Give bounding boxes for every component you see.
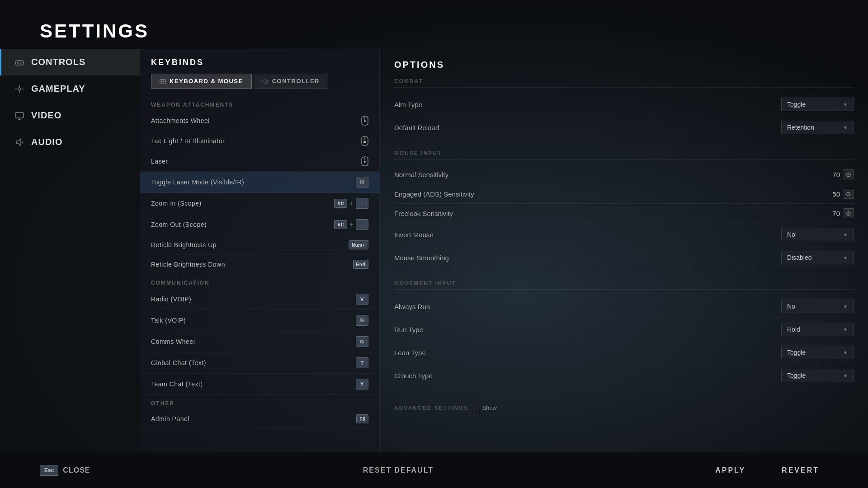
revert-button[interactable]: REVERT <box>773 462 828 479</box>
keybind-reticle-up[interactable]: Reticle Brightness Up Num+ <box>140 235 379 255</box>
bottom-bar: Esc Close RESET DEFAULT APPLY REVERT <box>0 452 868 488</box>
keybind-zoom-out[interactable]: Zoom Out (Scope) Alt + ↓ <box>140 214 379 235</box>
section-other: OTHER <box>140 395 379 409</box>
svg-rect-0 <box>15 61 24 65</box>
sidebar-item-controls[interactable]: Controls <box>0 49 140 75</box>
sidebar-item-audio[interactable]: Audio <box>0 129 140 155</box>
lean-type-value: Toggle <box>787 349 806 356</box>
keybind-attachments-wheel[interactable]: Attachments Wheel <box>140 111 379 131</box>
advanced-settings: ADVANCED SETTINGS Show <box>394 398 854 411</box>
options-movement-section: MOVEMENT INPUT Always Run No ▼ Run Type … <box>394 280 854 387</box>
sidebar: Controls Gameplay Video Audio <box>0 49 140 452</box>
svg-point-20 <box>266 81 267 82</box>
sidebar-controls-label: Controls <box>31 57 85 67</box>
option-freelook-sensitivity: Freelook Sensitivity 70 ⊙ <box>394 204 854 223</box>
ads-sensitivity-adjust[interactable]: ⊙ <box>844 189 854 199</box>
advanced-settings-show-label: Show <box>482 404 497 411</box>
advanced-settings-checkbox[interactable] <box>473 405 479 411</box>
option-always-run: Always Run No ▼ <box>394 295 854 318</box>
reset-default-button[interactable]: RESET DEFAULT <box>363 466 434 474</box>
gameplay-icon <box>15 84 24 94</box>
keybind-tac-light[interactable]: Tac Light / IR Illuminator <box>140 131 379 151</box>
keybind-reticle-down[interactable]: Reticle Brightness Down End <box>140 255 379 274</box>
tab-controller[interactable]: CONTROLLER <box>254 74 328 89</box>
aim-type-dropdown[interactable]: Toggle ▼ <box>781 98 854 111</box>
option-mouse-smoothing: Mouse Smoothing Disabled ▼ <box>394 246 854 269</box>
keybind-radio-voip[interactable]: Radio (VOIP) V <box>140 289 379 310</box>
tab-controller-label: CONTROLLER <box>272 78 320 84</box>
ads-sensitivity-value: 50 <box>822 190 840 198</box>
close-label: Close <box>63 466 90 474</box>
aim-type-arrow: ▼ <box>843 102 848 107</box>
sidebar-gameplay-label: Gameplay <box>31 84 85 94</box>
mouse-smoothing-dropdown[interactable]: Disabled ▼ <box>781 251 854 264</box>
esc-badge: Esc <box>40 465 58 476</box>
default-reload-dropdown[interactable]: Retention ▼ <box>781 121 854 134</box>
main-content: KEYBINDS KEYBOARD & MOUSE <box>140 49 868 452</box>
svg-point-3 <box>21 62 22 63</box>
keybind-team-chat[interactable]: Team Chat (Text) Y <box>140 374 379 395</box>
normal-sensitivity-value: 70 <box>822 171 840 178</box>
default-reload-value: Retention <box>787 124 814 131</box>
keybinds-list[interactable]: WEAPON ATTACHMENTS Attachments Wheel Tac… <box>140 96 379 452</box>
svg-rect-19 <box>263 80 268 83</box>
option-default-reload: Default Reload Retention ▼ <box>394 116 854 139</box>
invert-mouse-value: No <box>787 231 795 238</box>
action-buttons: APPLY REVERT <box>706 462 828 479</box>
svg-point-23 <box>364 120 366 122</box>
options-panel: OPTIONS COMBAT Aim Type Toggle ▼ Default… <box>380 49 868 452</box>
crouch-type-arrow: ▼ <box>843 373 848 378</box>
keybind-zoom-in[interactable]: Zoom In (Scope) Alt + ↑ <box>140 193 379 214</box>
options-combat-section: COMBAT Aim Type Toggle ▼ Default Reload … <box>394 78 854 139</box>
close-button[interactable]: Esc Close <box>40 465 90 476</box>
mouse-smoothing-value: Disabled <box>787 254 811 261</box>
crouch-type-dropdown[interactable]: Toggle ▼ <box>781 369 854 382</box>
section-weapon-attachments: WEAPON ATTACHMENTS <box>140 96 379 111</box>
always-run-dropdown[interactable]: No ▼ <box>781 300 854 313</box>
option-ads-sensitivity: Engaged (ADS) Sensitivity 50 ⊙ <box>394 184 854 204</box>
mouse-icon-2 <box>361 156 368 166</box>
section-communication: COMMUNICATION <box>140 274 379 289</box>
run-type-dropdown[interactable]: Hold ▼ <box>781 323 854 336</box>
normal-sensitivity-adjust[interactable]: ⊙ <box>844 169 854 179</box>
mouse-icon <box>361 116 368 126</box>
svg-rect-26 <box>363 141 366 143</box>
combat-section-title: COMBAT <box>394 78 854 88</box>
options-title: OPTIONS <box>394 60 854 70</box>
freelook-sensitivity-adjust[interactable]: ⊙ <box>844 208 854 218</box>
controller-tab-icon <box>262 78 269 84</box>
keybind-toggle-laser[interactable]: Toggle Laser Mode (Visible/IR) H <box>140 172 379 193</box>
run-type-arrow: ▼ <box>843 327 848 332</box>
keybind-laser[interactable]: Laser <box>140 151 379 172</box>
svg-marker-13 <box>16 139 21 146</box>
advanced-settings-toggle[interactable]: Show <box>473 404 497 411</box>
invert-mouse-arrow: ▼ <box>843 232 848 237</box>
freelook-sensitivity-value: 70 <box>822 210 840 217</box>
mouse-smoothing-arrow: ▼ <box>843 255 848 260</box>
keybind-global-chat[interactable]: Global Chat (Text) T <box>140 352 379 374</box>
always-run-value: No <box>787 303 795 310</box>
lean-type-dropdown[interactable]: Toggle ▼ <box>781 346 854 359</box>
keybind-talk-voip[interactable]: Talk (VOIP) B <box>140 310 379 331</box>
sidebar-item-gameplay[interactable]: Gameplay <box>0 75 140 102</box>
page-title: SETTINGS <box>40 20 149 42</box>
always-run-arrow: ▼ <box>843 304 848 309</box>
keybinds-header: KEYBINDS KEYBOARD & MOUSE <box>140 49 379 96</box>
speaker-icon <box>15 138 24 147</box>
options-mouse-section: MOUSE INPUT Normal Sensitivity 70 ⊙ Enga… <box>394 150 854 269</box>
option-lean-type: Lean Type Toggle ▼ <box>394 341 854 364</box>
tab-keyboard-mouse[interactable]: KEYBOARD & MOUSE <box>151 74 252 89</box>
monitor-icon <box>15 111 24 120</box>
invert-mouse-dropdown[interactable]: No ▼ <box>781 228 854 241</box>
keybinds-title: KEYBINDS <box>151 58 368 67</box>
mouse-section-title: MOUSE INPUT <box>394 150 854 160</box>
apply-button[interactable]: APPLY <box>706 462 755 479</box>
sidebar-item-video[interactable]: Video <box>0 102 140 129</box>
keybind-admin-panel[interactable]: Admin Panel F8 <box>140 409 379 429</box>
svg-point-4 <box>20 63 21 64</box>
keybind-comms-wheel[interactable]: Comms Wheel G <box>140 331 379 352</box>
svg-rect-10 <box>15 113 24 118</box>
crouch-type-value: Toggle <box>787 372 806 379</box>
svg-rect-14 <box>160 80 165 83</box>
sidebar-video-label: Video <box>31 110 61 121</box>
